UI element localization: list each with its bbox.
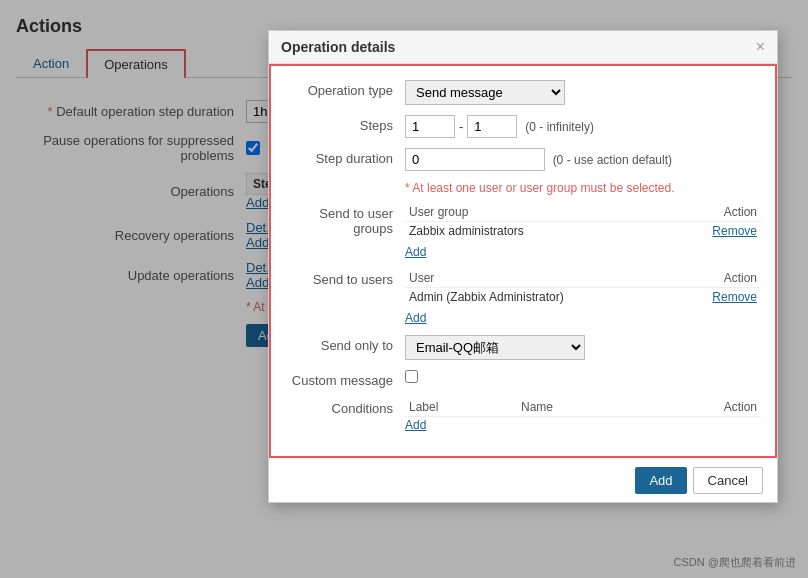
user-groups-action-col-header: Action: [654, 203, 761, 222]
user-remove-0[interactable]: Remove: [712, 290, 757, 304]
user-group-remove-0[interactable]: Remove: [712, 224, 757, 238]
step-duration-row: Step duration (0 - use action default): [285, 148, 761, 171]
conditions-row: Conditions Label Name Action: [285, 398, 761, 432]
user-groups-add-link[interactable]: Add: [405, 245, 426, 259]
modal-add-button[interactable]: Add: [635, 467, 686, 494]
operation-type-label: Operation type: [285, 80, 405, 98]
steps-hint: (0 - infinitely): [525, 120, 594, 134]
send-to-users-content: User Action Admin (Zabbix Administrator)…: [405, 269, 761, 325]
user-group-action-0: Remove: [654, 222, 761, 241]
steps-label: Steps: [285, 115, 405, 133]
steps-dash: -: [459, 119, 463, 134]
conditions-content: Label Name Action Add: [405, 398, 761, 432]
operation-type-select[interactable]: Send message Remote command: [405, 80, 565, 105]
send-to-users-row: Send to users User Action Admin (Zabbix …: [285, 269, 761, 325]
conditions-add-link[interactable]: Add: [405, 418, 426, 432]
custom-message-content: [405, 370, 761, 383]
send-only-to-label: Send only to: [285, 335, 405, 353]
step-duration-hint: (0 - use action default): [553, 153, 672, 167]
custom-message-checkbox[interactable]: [405, 370, 418, 383]
send-only-to-content: Email-QQ邮箱 (all): [405, 335, 761, 360]
modal-title: Operation details: [281, 39, 395, 55]
custom-message-label: Custom message: [285, 370, 405, 388]
user-groups-col-header: User group: [405, 203, 654, 222]
operation-type-row: Operation type Send message Remote comma…: [285, 80, 761, 105]
conditions-name-col: Name: [517, 398, 637, 417]
steps-inputs-row: - (0 - infinitely): [405, 115, 761, 138]
conditions-label: Conditions: [285, 398, 405, 416]
send-to-user-groups-content: User group Action Zabbix administrators …: [405, 203, 761, 259]
send-only-to-select[interactable]: Email-QQ邮箱 (all): [405, 335, 585, 360]
users-action-col-header: Action: [674, 269, 761, 288]
modal-footer: Add Cancel: [269, 458, 777, 502]
steps-from-input[interactable]: [405, 115, 455, 138]
operation-type-content: Send message Remote command: [405, 80, 761, 105]
users-table: User Action Admin (Zabbix Administrator)…: [405, 269, 761, 306]
page-wrapper: Actions Action Operations Default operat…: [0, 0, 808, 578]
steps-row: Steps - (0 - infinitely): [285, 115, 761, 138]
users-add-link[interactable]: Add: [405, 311, 426, 325]
custom-message-row: Custom message: [285, 370, 761, 388]
send-only-to-row: Send only to Email-QQ邮箱 (all): [285, 335, 761, 360]
modal-body: Operation type Send message Remote comma…: [269, 64, 777, 458]
send-to-user-groups-row: Send to user groups User group Action Za…: [285, 203, 761, 259]
send-to-user-groups-label: Send to user groups: [285, 203, 405, 236]
user-row-0: Admin (Zabbix Administrator) Remove: [405, 288, 761, 307]
users-col-header: User: [405, 269, 674, 288]
user-group-row-0: Zabbix administrators Remove: [405, 222, 761, 241]
conditions-label-col: Label: [405, 398, 517, 417]
steps-content: - (0 - infinitely): [405, 115, 761, 138]
conditions-table: Label Name Action: [405, 398, 761, 417]
user-name-0: Admin (Zabbix Administrator): [405, 288, 674, 307]
send-to-users-label: Send to users: [285, 269, 405, 287]
steps-to-input[interactable]: [467, 115, 517, 138]
modal-dialog: Operation details × Operation type Send …: [268, 30, 778, 503]
modal-close-button[interactable]: ×: [756, 39, 765, 55]
at-least-one-note: * At least one user or user group must b…: [405, 181, 761, 195]
user-group-name-0: Zabbix administrators: [405, 222, 654, 241]
conditions-action-col: Action: [637, 398, 761, 417]
user-action-0: Remove: [674, 288, 761, 307]
step-duration-label: Step duration: [285, 148, 405, 166]
modal-titlebar: Operation details ×: [269, 31, 777, 64]
step-duration-content: (0 - use action default): [405, 148, 761, 171]
step-duration-input[interactable]: [405, 148, 545, 171]
user-groups-table: User group Action Zabbix administrators …: [405, 203, 761, 240]
modal-cancel-button[interactable]: Cancel: [693, 467, 763, 494]
